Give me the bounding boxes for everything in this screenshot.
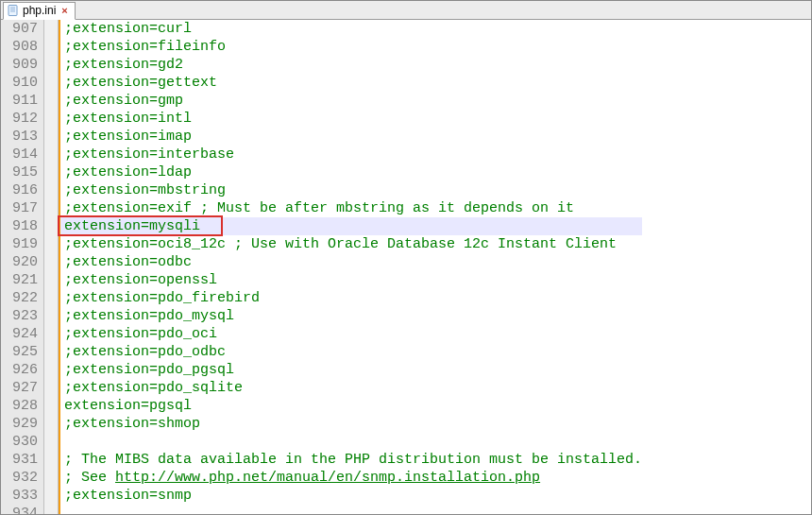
code-text[interactable]: ;extension=mbstring — [60, 181, 642, 199]
line-number: 908 — [1, 38, 44, 56]
fold-gutter — [44, 487, 59, 505]
fold-gutter — [44, 343, 59, 361]
code-line[interactable]: 933;extension=snmp — [1, 487, 642, 505]
fold-gutter — [44, 253, 59, 271]
fold-gutter — [44, 74, 59, 92]
code-text[interactable]: ;extension=oci8_12c ; Use with Oracle Da… — [60, 235, 642, 253]
line-number: 923 — [1, 307, 44, 325]
comment-text: ;extension=shmop — [64, 416, 200, 432]
fold-gutter — [44, 451, 59, 469]
code-line[interactable]: 917;extension=exif ; Must be after mbstr… — [1, 199, 642, 217]
comment-text: ;extension=oci8_12c ; Use with Oracle Da… — [64, 236, 617, 252]
code-text[interactable]: ; See http://www.php.net/manual/en/snmp.… — [60, 469, 642, 487]
comment-text: ;extension=gettext — [64, 75, 217, 91]
code-text[interactable]: ;extension=fileinfo — [60, 38, 642, 56]
code-line[interactable]: 919;extension=oci8_12c ; Use with Oracle… — [1, 235, 642, 253]
file-tab[interactable]: php.ini × — [3, 2, 76, 20]
code-line[interactable]: 924;extension=pdo_oci — [1, 325, 642, 343]
code-line[interactable]: 912;extension=intl — [1, 110, 642, 128]
code-text[interactable]: ;extension=ldap — [60, 163, 642, 181]
url-link[interactable]: http://www.php.net/manual/en/snmp.instal… — [115, 470, 540, 486]
svg-rect-0 — [8, 6, 17, 16]
code-text[interactable]: ;extension=imap — [60, 128, 642, 146]
code-text[interactable]: ;extension=curl — [60, 20, 642, 38]
code-text[interactable]: ;extension=intl — [60, 110, 642, 128]
line-number: 917 — [1, 199, 44, 217]
line-number: 918 — [1, 217, 44, 235]
code-text[interactable]: ;extension=shmop — [60, 415, 642, 433]
line-number: 919 — [1, 235, 44, 253]
code-line[interactable]: 911;extension=gmp — [1, 92, 642, 110]
line-number: 928 — [1, 397, 44, 415]
code-text[interactable]: extension=pgsql — [60, 397, 642, 415]
code-line[interactable]: 922;extension=pdo_firebird — [1, 289, 642, 307]
code-line[interactable]: 918extension=mysqli — [1, 217, 642, 235]
line-number: 915 — [1, 163, 44, 181]
comment-text: ;extension=intl — [64, 111, 192, 127]
code-line[interactable]: 931; The MIBS data available in the PHP … — [1, 451, 642, 469]
code-text[interactable]: ;extension=pdo_pgsql — [60, 361, 642, 379]
code-line[interactable]: 921;extension=openssl — [1, 271, 642, 289]
comment-text: ;extension=ldap — [64, 164, 192, 180]
code-line[interactable]: 908;extension=fileinfo — [1, 38, 642, 56]
line-number: 912 — [1, 110, 44, 128]
line-number: 914 — [1, 146, 44, 163]
code-line[interactable]: 923;extension=pdo_mysql — [1, 307, 642, 325]
code-text[interactable]: ;extension=gettext — [60, 74, 642, 92]
code-text[interactable]: ;extension=snmp — [60, 487, 642, 505]
code-line[interactable]: 914;extension=interbase — [1, 146, 642, 163]
code-text[interactable]: ;extension=openssl — [60, 271, 642, 289]
line-number: 911 — [1, 92, 44, 110]
code-text[interactable]: ;extension=interbase — [60, 146, 642, 163]
code-line[interactable]: 934 — [1, 505, 642, 514]
code-line[interactable]: 929;extension=shmop — [1, 415, 642, 433]
comment-text: ; The MIBS data available in the PHP dis… — [64, 452, 642, 468]
comment-text: ;extension=pdo_odbc — [64, 344, 226, 360]
comment-text: ;extension=mbstring — [64, 182, 226, 198]
code-text[interactable]: ; The MIBS data available in the PHP dis… — [60, 451, 642, 469]
line-number: 910 — [1, 74, 44, 92]
code-text[interactable]: ;extension=gd2 — [60, 56, 642, 74]
code-line[interactable]: 930 — [1, 433, 642, 451]
comment-text: ;extension=openssl — [64, 272, 217, 288]
comment-text: ;extension=snmp — [64, 488, 192, 504]
code-text[interactable]: ;extension=pdo_mysql — [60, 307, 642, 325]
code-text[interactable]: ;extension=pdo_oci — [60, 325, 642, 343]
code-text[interactable]: ;extension=pdo_odbc — [60, 343, 642, 361]
code-text[interactable]: ;extension=pdo_firebird — [60, 289, 642, 307]
code-text-span: extension=pgsql — [64, 398, 192, 414]
line-number: 931 — [1, 451, 44, 469]
line-number: 934 — [1, 505, 44, 514]
comment-text: ;extension=pdo_pgsql — [64, 362, 234, 378]
code-text[interactable]: ;extension=pdo_sqlite — [60, 379, 642, 397]
code-text[interactable] — [60, 433, 642, 451]
fold-gutter — [44, 235, 59, 253]
code-line[interactable]: 932; See http://www.php.net/manual/en/sn… — [1, 469, 642, 487]
code-line[interactable]: 907;extension=curl — [1, 20, 642, 38]
code-text[interactable] — [60, 505, 642, 514]
code-text[interactable]: ;extension=odbc — [60, 253, 642, 271]
code-line[interactable]: 927;extension=pdo_sqlite — [1, 379, 642, 397]
code-text[interactable]: extension=mysqli — [60, 217, 642, 235]
fold-gutter — [44, 379, 59, 397]
line-number: 929 — [1, 415, 44, 433]
comment-text: ;extension=pdo_mysql — [64, 308, 234, 324]
code-line[interactable]: 913;extension=imap — [1, 128, 642, 146]
code-line[interactable]: 928extension=pgsql — [1, 397, 642, 415]
code-line[interactable]: 909;extension=gd2 — [1, 56, 642, 74]
code-line[interactable]: 925;extension=pdo_odbc — [1, 343, 642, 361]
fold-gutter — [44, 110, 59, 128]
code-line[interactable]: 910;extension=gettext — [1, 74, 642, 92]
line-number: 907 — [1, 20, 44, 38]
code-text[interactable]: ;extension=gmp — [60, 92, 642, 110]
editor-area[interactable]: 907;extension=curl908;extension=fileinfo… — [1, 20, 811, 514]
code-line[interactable]: 915;extension=ldap — [1, 163, 642, 181]
comment-text: ;extension=imap — [64, 129, 192, 145]
code-line[interactable]: 916;extension=mbstring — [1, 181, 642, 199]
close-icon[interactable]: × — [59, 6, 69, 15]
fold-gutter — [44, 289, 59, 307]
code-line[interactable]: 926;extension=pdo_pgsql — [1, 361, 642, 379]
code-line[interactable]: 920;extension=odbc — [1, 253, 642, 271]
code-text[interactable]: ;extension=exif ; Must be after mbstring… — [60, 199, 642, 217]
fold-gutter — [44, 56, 59, 74]
